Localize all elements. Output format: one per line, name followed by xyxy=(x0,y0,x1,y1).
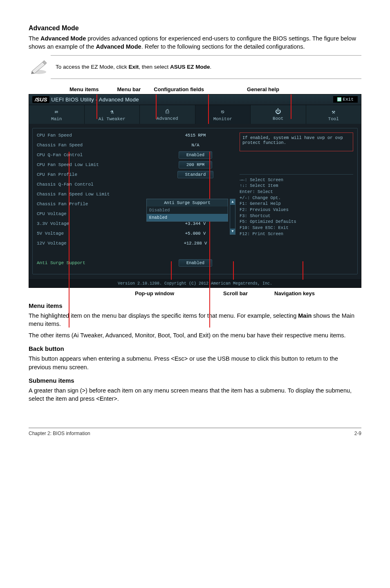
exit-label: Exit xyxy=(343,97,354,102)
nav-line: ↑↓: Select Item xyxy=(240,183,353,189)
tab-label: Tool xyxy=(328,117,339,121)
row-cpu-fan-profile[interactable]: CPU Fan Profile xyxy=(37,172,151,177)
general-help-box: If enabled, system will have uvp or ovp … xyxy=(240,132,353,151)
navigation-keys-box: →←: Select Screen ↑↓: Select Item Enter:… xyxy=(240,174,353,237)
top-callout-labels: Menu items Menu bar Configuration fields… xyxy=(29,86,361,92)
callout-menu-bar: Menu bar xyxy=(117,86,141,92)
row-chassis-fan-profile[interactable]: Chassis Fan Profile xyxy=(37,201,151,207)
heading-submenu-items: Submenu items xyxy=(29,377,361,384)
bios-screenshot: /SUS UEFI BIOS Utility - Advanced Mode E… xyxy=(29,94,361,288)
value-anti-surge[interactable]: Enabled xyxy=(179,259,212,267)
tab-advanced[interactable]: ⎙Advanced xyxy=(140,105,195,124)
tab-tool[interactable]: ⚒Tool xyxy=(306,105,361,124)
value-cpu-fan-profile[interactable]: Standard xyxy=(177,171,213,178)
popup-option-enabled[interactable]: Enabled xyxy=(147,214,228,221)
power-icon: ⏻ xyxy=(251,108,306,115)
tab-label: Main xyxy=(51,117,62,121)
value-cpu-qfan-control[interactable]: Enabled xyxy=(179,151,212,159)
bios-title: UEFI BIOS Utility - Advanced Mode xyxy=(51,97,139,103)
help-nav-column: If enabled, system will have uvp or ovp … xyxy=(240,132,353,266)
para-menu-items-2: The other items (Ai Tweaker, Advanced, M… xyxy=(29,331,361,339)
heading-menu-items: Menu items xyxy=(29,302,361,309)
para-menu-items-1: The highlighted item on the menu bar dis… xyxy=(29,312,361,328)
row-12v-voltage[interactable]: 12V Voltage xyxy=(37,240,151,246)
asus-logo: /SUS xyxy=(32,96,49,103)
nav-line: F1: General Help xyxy=(240,201,353,207)
pencil-note-icon xyxy=(30,60,47,74)
note-text: To access the EZ Mode, click xyxy=(56,64,129,70)
footer-chapter: Chapter 2: BIOS information xyxy=(29,431,90,436)
bios-title-bar: /SUS UEFI BIOS Utility - Advanced Mode E… xyxy=(29,94,361,105)
txt-bold: Advanced Mode xyxy=(40,35,86,42)
nav-line: F3: Shortcut xyxy=(240,213,353,219)
txt: . Refer to the following sections for th… xyxy=(141,43,305,50)
scroll-bar[interactable]: ▲ ▼ xyxy=(230,199,235,235)
exit-button[interactable]: Exit xyxy=(333,96,358,103)
value-cpu-fan-low-limit[interactable]: 200 RPM xyxy=(179,161,212,168)
tab-label: Ai Tweaker xyxy=(99,117,126,121)
bios-menu-bar: ≔Main ⚗Ai Tweaker ⎙Advanced ⎋Monitor ⏻Bo… xyxy=(29,105,361,124)
nav-line: F12: Print Screen xyxy=(240,231,353,237)
row-cpu-voltage[interactable]: CPU Voltage xyxy=(37,211,151,217)
value-3v3-voltage: +3.344 V xyxy=(179,221,212,226)
value-12v-voltage: +12.288 V xyxy=(179,241,212,246)
page-footer: Chapter 2: BIOS information 2-9 xyxy=(29,428,361,436)
tab-ai-tweaker[interactable]: ⚗Ai Tweaker xyxy=(85,105,140,124)
row-chassis-fan-speed[interactable]: Chassis Fan Speed xyxy=(37,142,151,148)
row-cpu-fan-speed[interactable]: CPU Fan Speed xyxy=(37,132,151,138)
row-anti-surge[interactable]: Anti Surge Support xyxy=(37,260,151,266)
callout-config-fields: Configuration fields xyxy=(154,86,204,92)
tab-label: Boot xyxy=(273,116,283,121)
scroll-down-icon[interactable]: ▼ xyxy=(230,229,235,234)
nav-line: F2: Previous Values xyxy=(240,207,353,213)
note-text: , then select xyxy=(139,64,170,70)
txt: The xyxy=(29,35,40,42)
para-submenu-items: A greater than sign (>) before each item… xyxy=(29,386,361,403)
bottom-callout-labels: Pop-up window Scroll bar Navigation keys xyxy=(29,290,361,296)
callout-navkeys: Navigation keys xyxy=(274,290,315,296)
popup-window: Anti Surge Support Disabled Enabled xyxy=(146,199,228,222)
settings-labels-column: CPU Fan Speed Chassis Fan Speed CPU Q-Fa… xyxy=(37,132,151,266)
callout-scrollbar: Scroll bar xyxy=(223,290,248,296)
para-advanced-mode: The Advanced Mode provides advanced opti… xyxy=(29,34,361,51)
nav-line: →←: Select Screen xyxy=(240,177,353,183)
tool-icon: ⚒ xyxy=(306,108,361,115)
scroll-up-icon[interactable]: ▲ xyxy=(230,199,235,205)
para-back-button: This button appears when entering a subm… xyxy=(29,355,361,371)
note-text: . xyxy=(210,64,211,70)
note-box: To access the EZ Mode, click Exit, then … xyxy=(51,55,361,79)
callout-popup: Pop-up window xyxy=(135,290,174,296)
monitor-icon: ⎋ xyxy=(195,108,251,115)
heading-back-button: Back button xyxy=(29,345,361,352)
tab-monitor[interactable]: ⎋Monitor xyxy=(195,105,251,124)
txt: The highlighted item on the menu bar dis… xyxy=(29,312,298,319)
callout-menu-items: Menu items xyxy=(69,86,99,92)
row-chassis-qfan-control[interactable]: Chassis Q-Fan Control xyxy=(37,182,151,187)
row-cpu-qfan-control[interactable]: CPU Q-Fan Control xyxy=(37,152,151,158)
heading-advanced-mode: Advanced Mode xyxy=(29,25,361,32)
nav-line: F10: Save ESC: Exit xyxy=(240,225,353,231)
tab-label: Monitor xyxy=(213,117,232,121)
tab-boot[interactable]: ⏻Boot xyxy=(251,105,306,124)
note-bold: Exit xyxy=(129,64,139,70)
row-chassis-fan-low-limit[interactable]: Chassis Fan Speed Low Limit xyxy=(37,191,151,197)
row-5v-voltage[interactable]: 5V Voltage xyxy=(37,231,151,236)
note-bold: ASUS EZ Mode xyxy=(170,64,210,70)
popup-title: Anti Surge Support xyxy=(147,199,228,206)
footer-page-number: 2-9 xyxy=(354,431,361,436)
value-chassis-fan-speed: N/A xyxy=(179,143,212,148)
row-blank xyxy=(37,250,151,256)
exit-icon xyxy=(337,97,341,101)
tab-main[interactable]: ≔Main xyxy=(29,105,85,124)
row-3v3-voltage[interactable]: 3.3V Voltage xyxy=(37,221,151,227)
value-5v-voltage: +5.000 V xyxy=(179,231,212,236)
popup-option-disabled[interactable]: Disabled xyxy=(147,206,228,214)
nav-line: F5: Optimized Defaults xyxy=(240,219,353,225)
advanced-icon: ⎙ xyxy=(140,108,195,115)
row-cpu-fan-low-limit[interactable]: CPU Fan Speed Low Limit xyxy=(37,162,151,168)
nav-line: Enter: Select xyxy=(240,189,353,195)
callout-general-help: General help xyxy=(247,86,279,92)
txt-bold: Advanced Mode xyxy=(96,43,141,50)
txt-bold: Main xyxy=(298,312,312,319)
nav-line: +/-: Change Opt. xyxy=(240,195,353,201)
